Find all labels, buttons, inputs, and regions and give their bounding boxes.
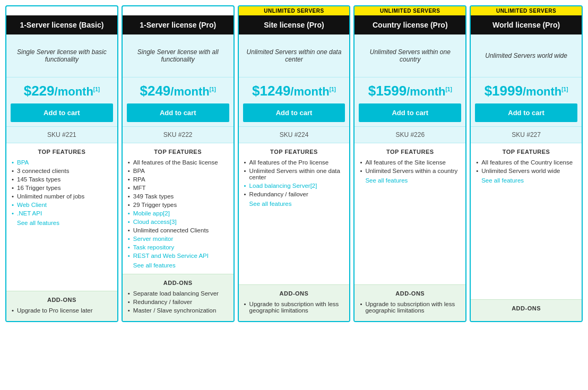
plan-features-site: TOP FEATURESAll features of the Pro lice…	[239, 143, 350, 284]
plan-features-basic: TOP FEATURESBPA3 connected clients145 Ta…	[6, 143, 117, 291]
addon-item: Separate load balancing Server	[128, 290, 228, 297]
plan-desc-country: Unlimited Servers within one country	[354, 34, 465, 77]
features-title-pro: TOP FEATURES	[128, 149, 228, 155]
plan-price-area-pro: $249/month[1]Add to cart	[123, 77, 234, 126]
see-all-features-world[interactable]: See all features	[476, 177, 576, 184]
feature-item: Unlimited Servers within a country	[360, 168, 460, 174]
feature-item[interactable]: REST and Web Service API	[128, 253, 228, 259]
plan-price-area-basic: $229/month[1]Add to cart	[6, 77, 117, 126]
addon-item: Redundancy / failover	[128, 299, 228, 305]
plan-col-country: UNLIMITED SERVERSCountry license (Pro)Un…	[353, 5, 466, 322]
feature-item: Unlimited connected Clients	[128, 227, 228, 233]
see-all-features-site[interactable]: See all features	[244, 201, 344, 207]
feature-item: All features of the Site license	[360, 159, 460, 166]
feature-item: Unlimited Servers within one data center	[244, 168, 344, 180]
plan-col-basic: UNLIMITED SERVERS1-Server license (Basic…	[5, 5, 118, 322]
feature-item[interactable]: Server monitor	[128, 236, 228, 242]
addons-title-world: ADD-ONS	[476, 305, 576, 311]
feature-item: 29 Trigger types	[128, 202, 228, 208]
plan-desc-pro: Single Server license with all functiona…	[123, 34, 234, 77]
addons-title-country: ADD-ONS	[360, 290, 460, 297]
feature-item[interactable]: BPA	[12, 159, 112, 166]
plan-header-pro: 1-Server license (Pro)	[123, 15, 234, 34]
feature-item: All features of the Pro license	[244, 159, 344, 166]
plan-price-world: $1999/month[1]	[475, 83, 577, 99]
plan-badge-world: UNLIMITED SERVERS	[471, 6, 582, 15]
feature-item: Unlimited number of jobs	[12, 193, 112, 200]
addons-title-pro: ADD-ONS	[128, 280, 228, 286]
plan-addons-pro: ADD-ONSSeparate load balancing ServerRed…	[123, 274, 234, 321]
add-to-cart-button-basic[interactable]: Add to cart	[11, 103, 113, 122]
plan-col-world: UNLIMITED SERVERSWorld license (Pro)Unli…	[470, 5, 583, 322]
feature-item: All features of the Basic license	[128, 159, 228, 166]
feature-item: 16 Trigger types	[12, 185, 112, 191]
feature-item: All features of the Country license	[476, 159, 576, 166]
plan-desc-basic: Single Server license with basic functio…	[6, 34, 117, 77]
features-title-country: TOP FEATURES	[360, 149, 460, 155]
plan-desc-world: Unlimited Servers world wide	[471, 34, 582, 77]
plan-header-world: World license (Pro)	[471, 15, 582, 34]
see-all-features-pro[interactable]: See all features	[128, 262, 228, 268]
plan-header-site: Site license (Pro)	[239, 15, 350, 34]
pricing-grid: UNLIMITED SERVERS1-Server license (Basic…	[5, 5, 583, 322]
add-to-cart-button-pro[interactable]: Add to cart	[127, 103, 229, 122]
plan-addons-world: ADD-ONS	[471, 299, 582, 321]
features-title-site: TOP FEATURES	[244, 149, 344, 155]
plan-header-country: Country license (Pro)	[354, 15, 465, 34]
plan-price-area-country: $1599/month[1]Add to cart	[354, 77, 465, 126]
feature-item: Redundancy / failover	[244, 191, 344, 197]
add-to-cart-button-site[interactable]: Add to cart	[243, 103, 345, 122]
add-to-cart-button-world[interactable]: Add to cart	[475, 103, 577, 122]
plan-sku-world: SKU #227	[471, 126, 582, 143]
plan-col-pro: UNLIMITED SERVERS1-Server license (Pro)S…	[122, 5, 235, 322]
see-all-features-country[interactable]: See all features	[360, 177, 460, 184]
plan-addons-site: ADD-ONSUpgrade to subscription with less…	[239, 284, 350, 321]
feature-item[interactable]: Cloud access[3]	[128, 219, 228, 225]
plan-price-area-site: $1249/month[1]Add to cart	[239, 77, 350, 126]
addon-item: Upgrade to subscription with less geogra…	[360, 301, 460, 314]
features-title-world: TOP FEATURES	[476, 149, 576, 155]
add-to-cart-button-country[interactable]: Add to cart	[359, 103, 461, 122]
addon-item: Master / Slave synchronization	[128, 307, 228, 314]
plan-col-site: UNLIMITED SERVERSSite license (Pro)Unlim…	[238, 5, 351, 322]
plan-sku-basic: SKU #221	[6, 126, 117, 143]
addons-title-basic: ADD-ONS	[12, 297, 112, 303]
see-all-features-basic[interactable]: See all features	[12, 220, 112, 226]
feature-item: 145 Tasks types	[12, 176, 112, 183]
plan-desc-site: Unlimited Servers within one data center	[239, 34, 350, 77]
plan-features-world: TOP FEATURESAll features of the Country …	[471, 143, 582, 299]
feature-item[interactable]: Task repository	[128, 244, 228, 250]
feature-item: 3 connected clients	[12, 168, 112, 174]
addon-item: Upgrade to Pro license later	[12, 307, 112, 314]
plan-addons-basic: ADD-ONSUpgrade to Pro license later	[6, 291, 117, 321]
plan-features-pro: TOP FEATURESAll features of the Basic li…	[123, 143, 234, 274]
plan-header-basic: 1-Server license (Basic)	[6, 15, 117, 34]
addon-item: Upgrade to subscription with less geogra…	[244, 301, 344, 314]
plan-price-site: $1249/month[1]	[243, 83, 345, 99]
feature-item[interactable]: Load balancing Server[2]	[244, 183, 344, 189]
plan-sku-pro: SKU #222	[123, 126, 234, 143]
plan-addons-country: ADD-ONSUpgrade to subscription with less…	[354, 284, 465, 321]
plan-sku-country: SKU #226	[354, 126, 465, 143]
feature-item: 349 Task types	[128, 193, 228, 200]
plan-price-country: $1599/month[1]	[359, 83, 461, 99]
feature-item[interactable]: .NET API	[12, 210, 112, 216]
plan-price-area-world: $1999/month[1]Add to cart	[471, 77, 582, 126]
feature-item[interactable]: Web Client	[12, 202, 112, 208]
feature-item: MFT	[128, 185, 228, 191]
plan-price-pro: $249/month[1]	[127, 83, 229, 99]
plan-features-country: TOP FEATURESAll features of the Site lic…	[354, 143, 465, 284]
addons-title-site: ADD-ONS	[244, 290, 344, 297]
feature-item: BPA	[128, 168, 228, 174]
plan-sku-site: SKU #224	[239, 126, 350, 143]
feature-item: Unlimited Servers world wide	[476, 168, 576, 174]
plan-badge-country: UNLIMITED SERVERS	[354, 6, 465, 15]
features-title-basic: TOP FEATURES	[12, 149, 112, 155]
plan-price-basic: $229/month[1]	[11, 83, 113, 99]
feature-item[interactable]: Mobile app[2]	[128, 210, 228, 216]
plan-badge-site: UNLIMITED SERVERS	[239, 6, 350, 15]
feature-item: RPA	[128, 176, 228, 183]
